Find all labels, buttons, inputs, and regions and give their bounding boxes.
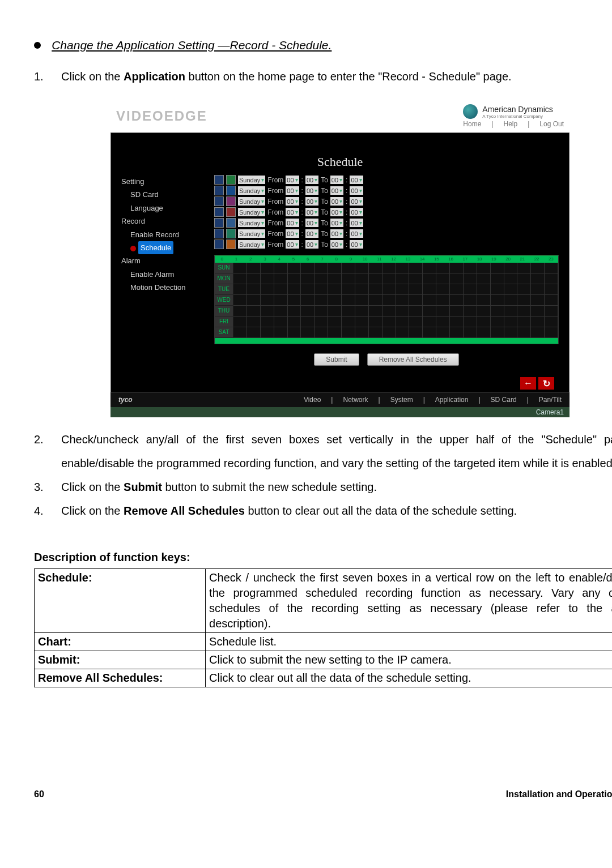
hour-select[interactable]: 00▾ bbox=[286, 176, 299, 184]
chart-cell[interactable] bbox=[369, 273, 382, 284]
chart-cell[interactable] bbox=[355, 273, 369, 284]
chart-cell[interactable] bbox=[247, 317, 261, 327]
chart-cell[interactable] bbox=[477, 327, 491, 338]
chart-cell[interactable] bbox=[382, 284, 396, 295]
chart-cell[interactable] bbox=[531, 284, 545, 295]
sidebar-enable-record[interactable]: Enable Record bbox=[130, 228, 206, 241]
chart-cell[interactable] bbox=[274, 317, 288, 327]
chart-cell[interactable] bbox=[382, 295, 396, 306]
chart-cell[interactable] bbox=[491, 306, 504, 317]
chart-cell[interactable] bbox=[464, 295, 477, 306]
chart-cell[interactable] bbox=[247, 306, 261, 317]
chart-cell[interactable] bbox=[247, 295, 261, 306]
chart-cell[interactable] bbox=[545, 306, 558, 317]
chart-cell[interactable] bbox=[301, 284, 314, 295]
chart-cell[interactable] bbox=[314, 263, 328, 273]
chart-cell[interactable] bbox=[545, 327, 558, 338]
chart-cell[interactable] bbox=[423, 273, 436, 284]
chart-cell[interactable] bbox=[396, 284, 410, 295]
sidebar-motion-detection[interactable]: Motion Detection bbox=[130, 281, 206, 294]
chart-cell[interactable] bbox=[301, 263, 314, 273]
sidebar-enable-alarm[interactable]: Enable Alarm bbox=[130, 268, 206, 281]
sidebar-setting[interactable]: Setting bbox=[121, 175, 206, 188]
chart-cell[interactable] bbox=[396, 263, 410, 273]
nav-application[interactable]: Application bbox=[435, 396, 469, 404]
chart-cell[interactable] bbox=[464, 317, 477, 327]
chart-cell[interactable] bbox=[342, 306, 355, 317]
chart-cell[interactable] bbox=[355, 317, 369, 327]
chart-cell[interactable] bbox=[247, 273, 261, 284]
chart-cell[interactable] bbox=[233, 284, 247, 295]
chart-cell[interactable] bbox=[409, 306, 423, 317]
chart-cell[interactable] bbox=[491, 327, 504, 338]
chart-cell[interactable] bbox=[450, 317, 464, 327]
link-help[interactable]: Help bbox=[503, 120, 517, 128]
chart-cell[interactable] bbox=[464, 327, 477, 338]
chart-cell[interactable] bbox=[342, 263, 355, 273]
chart-cell[interactable] bbox=[233, 306, 247, 317]
chart-cell[interactable] bbox=[477, 317, 491, 327]
chart-cell[interactable] bbox=[504, 263, 518, 273]
chart-cell[interactable] bbox=[396, 327, 410, 338]
chart-cell[interactable] bbox=[342, 284, 355, 295]
chart-cell[interactable] bbox=[233, 295, 247, 306]
chart-cell[interactable] bbox=[545, 317, 558, 327]
chart-cell[interactable] bbox=[517, 327, 531, 338]
chart-cell[interactable] bbox=[342, 273, 355, 284]
chart-cell[interactable] bbox=[517, 295, 531, 306]
chart-cell[interactable] bbox=[288, 295, 301, 306]
chart-cell[interactable] bbox=[423, 327, 436, 338]
chart-cell[interactable] bbox=[342, 317, 355, 327]
chart-cell[interactable] bbox=[450, 327, 464, 338]
sidebar-alarm[interactable]: Alarm bbox=[121, 254, 206, 267]
chart-cell[interactable] bbox=[314, 317, 328, 327]
chart-cell[interactable] bbox=[314, 295, 328, 306]
chart-cell[interactable] bbox=[301, 273, 314, 284]
chart-cell[interactable] bbox=[233, 327, 247, 338]
chart-cell[interactable] bbox=[517, 273, 531, 284]
chart-cell[interactable] bbox=[423, 317, 436, 327]
chart-cell[interactable] bbox=[436, 295, 450, 306]
chart-cell[interactable] bbox=[355, 295, 369, 306]
chart-cell[interactable] bbox=[423, 284, 436, 295]
chart-cell[interactable] bbox=[450, 273, 464, 284]
chart-cell[interactable] bbox=[247, 263, 261, 273]
chart-cell[interactable] bbox=[288, 327, 301, 338]
chart-cell[interactable] bbox=[314, 306, 328, 317]
chart-cell[interactable] bbox=[504, 306, 518, 317]
chart-cell[interactable] bbox=[314, 327, 328, 338]
chart-cell[interactable] bbox=[233, 273, 247, 284]
chart-cell[interactable] bbox=[531, 306, 545, 317]
chart-cell[interactable] bbox=[247, 284, 261, 295]
chart-cell[interactable] bbox=[491, 317, 504, 327]
chart-cell[interactable] bbox=[517, 263, 531, 273]
chart-cell[interactable] bbox=[261, 273, 274, 284]
chart-cell[interactable] bbox=[409, 284, 423, 295]
chart-cell[interactable] bbox=[301, 295, 314, 306]
chart-cell[interactable] bbox=[355, 263, 369, 273]
chart-cell[interactable] bbox=[531, 327, 545, 338]
chart-cell[interactable] bbox=[464, 273, 477, 284]
sidebar-schedule[interactable]: Schedule bbox=[130, 241, 206, 254]
chart-cell[interactable] bbox=[314, 284, 328, 295]
chart-cell[interactable] bbox=[328, 327, 342, 338]
chart-cell[interactable] bbox=[409, 263, 423, 273]
chart-cell[interactable] bbox=[504, 295, 518, 306]
chart-cell[interactable] bbox=[450, 295, 464, 306]
chart-cell[interactable] bbox=[288, 306, 301, 317]
chart-cell[interactable] bbox=[436, 327, 450, 338]
chart-cell[interactable] bbox=[328, 273, 342, 284]
chart-cell[interactable] bbox=[409, 317, 423, 327]
remove-all-button[interactable]: Remove All Schedules bbox=[367, 353, 459, 366]
chart-cell[interactable] bbox=[328, 284, 342, 295]
chart-cell[interactable] bbox=[436, 284, 450, 295]
chart-cell[interactable] bbox=[328, 263, 342, 273]
chart-cell[interactable] bbox=[233, 263, 247, 273]
chart-cell[interactable] bbox=[450, 284, 464, 295]
chart-cell[interactable] bbox=[464, 306, 477, 317]
chart-cell[interactable] bbox=[464, 263, 477, 273]
chart-cell[interactable] bbox=[261, 317, 274, 327]
chart-cell[interactable] bbox=[545, 295, 558, 306]
chart-cell[interactable] bbox=[423, 295, 436, 306]
chart-cell[interactable] bbox=[477, 263, 491, 273]
